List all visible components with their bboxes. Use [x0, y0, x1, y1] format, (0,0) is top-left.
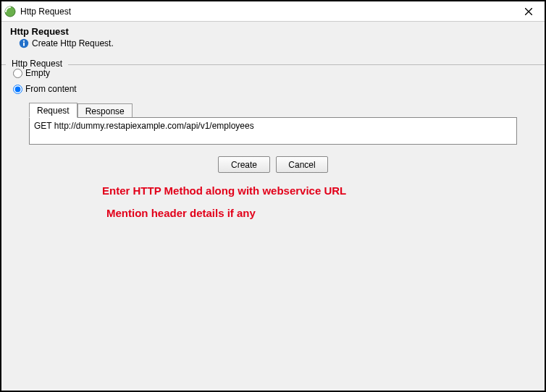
cancel-button[interactable]: Cancel — [276, 156, 328, 173]
radio-empty[interactable]: Empty — [6, 65, 540, 81]
tab-content: Enter HTTP Method along with webservice … — [29, 117, 517, 145]
http-request-group: Http Request Empty From content Request … — [1, 51, 545, 149]
svg-rect-5 — [23, 43, 25, 46]
info-icon — [19, 38, 29, 48]
tab-request-label: Request — [37, 106, 70, 116]
annotation-overlay: Enter HTTP Method along with webservice … — [102, 184, 346, 219]
header-title: Http Request — [10, 26, 536, 37]
annotation-line-1: Enter HTTP Method along with webservice … — [102, 184, 346, 197]
request-textarea[interactable] — [30, 118, 516, 144]
radio-from-content[interactable]: From content — [6, 81, 540, 97]
svg-point-4 — [23, 41, 25, 42]
header-subtitle-row: Create Http Request. — [10, 38, 536, 48]
radio-empty-label: Empty — [25, 68, 50, 78]
tab-response-label: Response — [85, 106, 125, 116]
tab-request[interactable]: Request — [29, 103, 77, 118]
tabs-area: Request Response Enter HTTP Method along… — [29, 101, 517, 145]
window-title: Http Request — [20, 7, 516, 17]
create-button[interactable]: Create — [218, 156, 270, 173]
close-icon — [525, 6, 532, 17]
app-icon — [4, 6, 16, 17]
radio-from-content-label: From content — [25, 84, 77, 94]
dialog-buttons: Create Cancel — [1, 149, 545, 182]
dialog-window: Http Request Http Request Create Http Re… — [0, 0, 546, 392]
header-subtitle: Create Http Request. — [32, 38, 114, 48]
group-label: Http Request — [6, 57, 68, 69]
radio-empty-input[interactable] — [13, 69, 22, 78]
tab-response[interactable]: Response — [77, 103, 133, 118]
annotation-line-2: Mention header details if any — [106, 207, 346, 219]
titlebar: Http Request — [1, 1, 545, 22]
tabs-header: Request Response — [29, 101, 517, 117]
radio-from-content-input[interactable] — [13, 85, 22, 94]
dialog-header: Http Request Create Http Request. — [1, 22, 545, 51]
close-button[interactable] — [516, 3, 542, 20]
